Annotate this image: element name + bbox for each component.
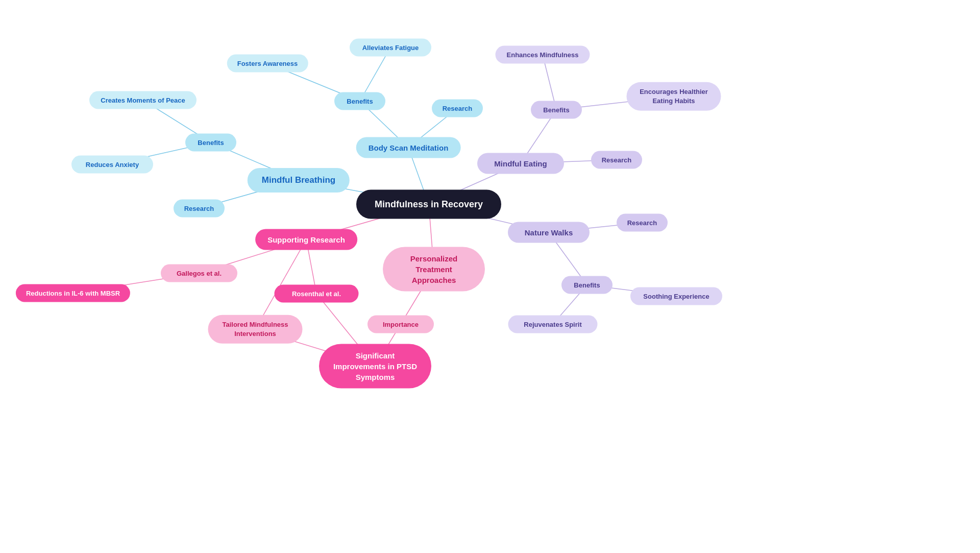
bs-research-node[interactable]: Research <box>432 100 483 117</box>
reductions-il6-node[interactable]: Reductions in IL-6 with MBSR <box>16 284 130 302</box>
encourages-eating-node[interactable]: Encourages Healthier Eating Habits <box>627 82 721 111</box>
fosters-awareness-node[interactable]: Fosters Awareness <box>227 55 308 73</box>
bs-benefits-node[interactable]: Benefits <box>334 92 385 110</box>
supporting-research-node[interactable]: Supporting Research <box>255 229 357 250</box>
mindful-breathing-node[interactable]: Mindful Breathing <box>248 168 350 193</box>
importance-node[interactable]: Importance <box>368 316 434 333</box>
soothing-experience-node[interactable]: Soothing Experience <box>630 287 722 305</box>
mindmap-container: Mindfulness in Recovery Mindful Breathin… <box>0 0 980 553</box>
personalized-treatment-node[interactable]: Personalized Treatment Approaches <box>383 247 485 292</box>
creates-moments-node[interactable]: Creates Moments of Peace <box>89 91 197 109</box>
significant-improvements-node[interactable]: Significant Improvements in PTSD Symptom… <box>319 344 431 389</box>
rejuvenates-spirit-node[interactable]: Rejuvenates Spirit <box>508 316 598 333</box>
alleviates-fatigue-node[interactable]: Alleviates Fatigue <box>350 39 431 57</box>
tailored-node[interactable]: Tailored Mindfulness Interventions <box>208 315 303 344</box>
me-research-node[interactable]: Research <box>591 151 642 169</box>
body-scan-node[interactable]: Body Scan Meditation <box>356 137 461 158</box>
nw-benefits-node[interactable]: Benefits <box>561 276 612 294</box>
me-benefits-node[interactable]: Benefits <box>531 101 582 119</box>
rosenthal-node[interactable]: Rosenthal et al. <box>275 285 359 303</box>
mb-benefits-node[interactable]: Benefits <box>185 134 236 152</box>
central-node[interactable]: Mindfulness in Recovery <box>356 190 501 219</box>
mindful-eating-node[interactable]: Mindful Eating <box>477 153 564 174</box>
nw-research-node[interactable]: Research <box>617 214 668 232</box>
connections-svg <box>0 0 980 553</box>
mb-research-node[interactable]: Research <box>174 200 225 218</box>
gallegos-node[interactable]: Gallegos et al. <box>161 265 237 282</box>
enhances-mindfulness-node[interactable]: Enhances Mindfulness <box>496 46 590 64</box>
reduces-anxiety-node[interactable]: Reduces Anxiety <box>71 156 153 174</box>
nature-walks-node[interactable]: Nature Walks <box>508 222 590 243</box>
